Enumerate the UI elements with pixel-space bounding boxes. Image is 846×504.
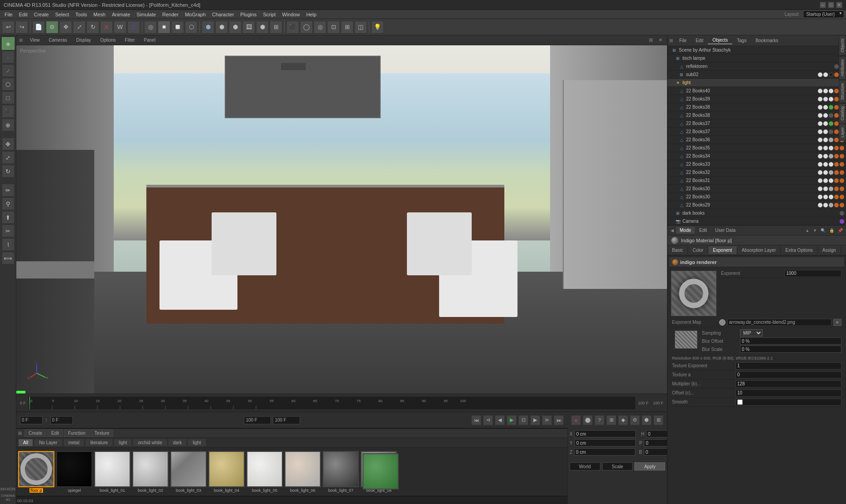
material-item-book01[interactable]: book_light_01 <box>94 451 131 493</box>
render-button[interactable]: ⬢ <box>202 21 214 34</box>
prev-frame-button[interactable]: ◀ <box>495 415 505 425</box>
menu-animate[interactable]: Animate <box>109 11 133 18</box>
menu-render[interactable]: Render <box>160 11 181 18</box>
viewport-tab-panel[interactable]: Panel <box>140 37 160 43</box>
multiplier-value[interactable]: 128 <box>735 380 841 388</box>
viewport-fullscreen[interactable]: ⊞ <box>647 37 655 43</box>
tool-edges[interactable]: ⟋ <box>2 64 15 77</box>
attr-tab-mode[interactable]: Mode <box>676 227 695 234</box>
x-axis-button[interactable]: X <box>100 21 113 34</box>
play-button[interactable]: ▶ <box>507 415 517 425</box>
stage-button[interactable]: ◫ <box>354 21 367 34</box>
sky-button[interactable]: ◯ <box>300 21 313 34</box>
vtab-layer[interactable]: Layer <box>839 124 846 141</box>
motion-button[interactable]: ? <box>595 415 604 425</box>
record-auto-button[interactable]: ⬤ <box>583 415 593 425</box>
tool-knife[interactable]: ✂ <box>2 225 15 237</box>
viewport-3d[interactable]: Perspective X Z Y <box>16 45 667 394</box>
next-key-button[interactable]: ⊳ <box>542 415 552 425</box>
viewport-tab-options[interactable]: Options <box>97 37 119 43</box>
mat-menu-texture[interactable]: Texture <box>91 429 114 437</box>
offset-value[interactable]: 10 <box>735 389 841 397</box>
vtab-attributes[interactable]: Attributes <box>839 56 846 80</box>
blur-scale-input[interactable] <box>740 346 841 353</box>
transform-x-input[interactable] <box>575 430 636 437</box>
undo-button[interactable]: ↩ <box>2 21 15 34</box>
viewport-tab-cameras[interactable]: Cameras <box>45 37 71 43</box>
light-button[interactable]: 💡 <box>371 21 384 34</box>
smooth-value[interactable] <box>735 398 841 406</box>
filter-all[interactable]: All <box>18 439 33 446</box>
tool-points[interactable]: · <box>2 51 15 63</box>
tool-rotate[interactable]: ↻ <box>2 165 15 178</box>
mat-prop-extra[interactable]: Extra Options <box>781 246 818 254</box>
filter-light2[interactable]: light <box>188 439 206 446</box>
start-frame-input[interactable] <box>50 416 73 424</box>
rotate-tool-button[interactable]: ↻ <box>87 21 99 34</box>
close-button[interactable]: ✕ <box>836 2 842 8</box>
maximize-button[interactable]: □ <box>828 2 834 8</box>
tool-texture[interactable]: ⬛ <box>2 105 15 118</box>
attr-lock-icon[interactable]: 🔒 <box>828 228 836 233</box>
apply-button[interactable]: Apply <box>634 462 665 470</box>
attr-prev-btn[interactable]: ◀ <box>669 228 675 233</box>
fg-button[interactable]: ⊡ <box>327 21 340 34</box>
last-frame-button[interactable]: ⏭ <box>554 415 564 425</box>
selection-tool[interactable]: ◎ <box>144 21 157 34</box>
obj-row-reflek[interactable]: △ reflektoren <box>667 62 846 71</box>
texture-a-value[interactable]: 0 <box>735 371 841 379</box>
blur-offset-input[interactable] <box>740 337 841 345</box>
render-anim[interactable]: ⬢ <box>642 415 652 425</box>
smooth-checkbox[interactable] <box>737 399 743 405</box>
om-tab-file[interactable]: File <box>675 37 691 44</box>
obj-row-books31[interactable]: △ 22 Books31 <box>667 177 846 185</box>
menu-create[interactable]: Create <box>31 11 52 18</box>
stop-button[interactable]: ⊡ <box>518 415 528 425</box>
tool-perspective[interactable]: ◈ <box>2 37 15 50</box>
picture-viewer-button[interactable]: 🖼 <box>242 21 255 34</box>
mat-menu-function[interactable]: Function <box>64 429 89 437</box>
obj-row-books32[interactable]: △ 22 Books32 <box>667 168 846 177</box>
prev-key-button[interactable]: ⊲ <box>483 415 493 425</box>
obj-row-books30b[interactable]: △ 22 Books30 <box>667 193 846 201</box>
obj-row-books38a[interactable]: △ 22 Books38 <box>667 103 846 111</box>
attr-pin-icon[interactable]: 📌 <box>836 228 844 233</box>
om-tab-bookmarks[interactable]: Bookmarks <box>751 37 783 44</box>
mat-prop-absorption[interactable]: Absorption Layer <box>737 246 781 254</box>
menu-mograph[interactable]: MoGraph <box>182 11 208 18</box>
material-item-spiegel[interactable]: spiegel <box>56 451 92 493</box>
obj-row-books37b[interactable]: △ 22 Books37 <box>667 128 846 136</box>
vtab-objects[interactable]: Objects <box>839 35 846 56</box>
loop-selection-button[interactable]: ⬡ <box>185 21 198 34</box>
sampling-select[interactable]: MIP None SAT <box>740 329 763 336</box>
tool-scale2[interactable]: ⤢ <box>2 151 15 164</box>
first-frame-button[interactable]: ⏮ <box>471 415 481 425</box>
viewport-tab-display[interactable]: Display <box>73 37 95 43</box>
vtab-structure[interactable]: Structure <box>839 80 846 103</box>
total-frames-input[interactable] <box>273 416 300 424</box>
render-all-button[interactable]: ⬢ <box>256 21 269 34</box>
next-frame-button[interactable]: ▶ <box>530 415 540 425</box>
obj-row-books34[interactable]: △ 22 Books34 <box>667 152 846 160</box>
filter-no-layer[interactable]: No Layer <box>34 439 63 446</box>
end-frame-input[interactable] <box>244 416 271 424</box>
obj-row-books40[interactable]: △ 22 Books40 <box>667 87 846 95</box>
material-item-book07[interactable]: book_light_07 <box>323 451 359 493</box>
viewport-close[interactable]: ✕ <box>657 37 664 43</box>
exponent-map-value[interactable]: arroway.de_concrete-blend2.png <box>727 319 831 326</box>
move-tool-button[interactable]: ✥ <box>59 21 72 34</box>
om-tab-tags[interactable]: Tags <box>732 37 751 44</box>
material-item-book03[interactable]: book_light_03 <box>170 451 207 493</box>
record-button[interactable]: ● <box>571 415 581 425</box>
anim-extra[interactable]: ⊞ <box>653 415 663 425</box>
menu-plugins[interactable]: Plugins <box>237 11 259 18</box>
menu-tools[interactable]: Tools <box>73 11 90 18</box>
world-coord-button[interactable]: W <box>114 21 126 34</box>
tool-extrude[interactable]: ⬆ <box>2 211 15 224</box>
obj-row-camera[interactable]: 📷 Camera <box>667 217 846 225</box>
anim-settings[interactable]: ⚙ <box>630 415 640 425</box>
material-item-book06[interactable]: book_light_06 <box>285 451 321 493</box>
material-item-floor-p[interactable]: floor p <box>18 451 54 493</box>
menu-select[interactable]: Select <box>53 11 72 18</box>
obj-row-books39[interactable]: △ 22 Books39 <box>667 95 846 103</box>
